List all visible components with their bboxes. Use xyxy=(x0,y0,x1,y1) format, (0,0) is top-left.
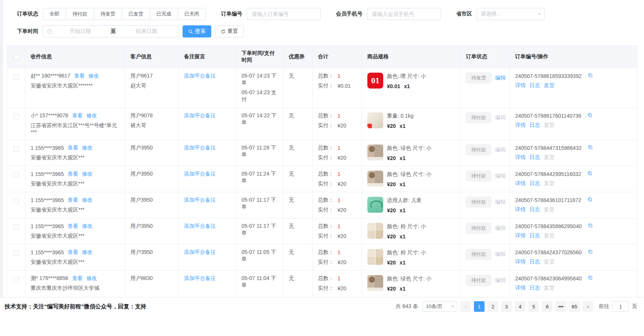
coupon-cell: 无 xyxy=(283,140,313,166)
ship-link[interactable]: 发货 xyxy=(544,206,554,213)
add-platform-remark-link[interactable]: 添加平台备注 xyxy=(184,171,231,177)
pagination-page-1[interactable]: 1 xyxy=(474,301,485,312)
log-link[interactable]: 日志 xyxy=(529,285,540,291)
modify-link[interactable]: 修改 xyxy=(87,275,97,282)
order-no-input[interactable] xyxy=(247,8,321,20)
copy-icon[interactable] xyxy=(588,275,593,282)
modify-link[interactable]: 修改 xyxy=(82,171,93,177)
edit-link[interactable]: 编辑 xyxy=(495,146,506,153)
modify-link[interactable]: 修改 xyxy=(82,197,93,204)
search-button[interactable]: 搜索 xyxy=(183,25,211,37)
status-filter-全部[interactable]: 全部 xyxy=(43,8,66,20)
log-link[interactable]: 日志 xyxy=(529,154,540,161)
row-checkbox[interactable] xyxy=(14,250,19,256)
copy-icon[interactable] xyxy=(587,197,593,203)
row-checkbox[interactable] xyxy=(14,277,19,282)
pagination-page-2[interactable]: 2 xyxy=(488,301,498,312)
detail-link[interactable]: 详情 xyxy=(515,258,526,265)
add-platform-remark-link[interactable]: 添加平台备注 xyxy=(184,145,231,151)
add-platform-remark-link[interactable]: 添加平台备注 xyxy=(184,112,231,119)
copy-icon[interactable] xyxy=(588,73,593,79)
detail-link[interactable]: 详情 xyxy=(515,122,526,129)
log-link[interactable]: 日志 xyxy=(529,258,540,265)
detail-link[interactable]: 详情 xyxy=(515,285,526,291)
modify-link[interactable]: 修改 xyxy=(82,249,93,256)
view-link[interactable]: 查看 xyxy=(68,197,78,204)
status-filter-待付款[interactable]: 待付款 xyxy=(66,8,94,20)
row-checkbox[interactable] xyxy=(14,114,19,119)
edit-link[interactable]: 编辑 xyxy=(495,114,506,121)
view-link[interactable]: 查看 xyxy=(72,275,83,282)
copy-icon[interactable] xyxy=(587,171,593,177)
status-filter-已关闭[interactable]: 已关闭 xyxy=(178,8,206,20)
edit-link[interactable]: 编辑 xyxy=(495,173,506,179)
ship-link[interactable]: 发货 xyxy=(544,82,554,89)
detail-link[interactable]: 详情 xyxy=(515,206,526,213)
edit-link[interactable]: 编辑 xyxy=(495,225,506,232)
detail-link[interactable]: 详情 xyxy=(515,82,526,89)
ship-link[interactable]: 发货 xyxy=(544,285,554,291)
date-range-picker[interactable]: 开始日期 至 结束日期 xyxy=(43,25,179,37)
pagination-page-3[interactable]: 3 xyxy=(501,301,512,312)
view-link[interactable]: 查看 xyxy=(68,145,78,151)
log-link[interactable]: 日志 xyxy=(529,180,540,187)
edit-link[interactable]: 编辑 xyxy=(495,251,506,258)
copy-icon[interactable] xyxy=(587,112,593,119)
add-platform-remark-link[interactable]: 添加平台备注 xyxy=(184,275,231,282)
status-cell: 待发货编辑 xyxy=(461,68,510,107)
row-checkbox[interactable] xyxy=(14,198,19,204)
edit-link[interactable]: 编辑 xyxy=(495,277,506,284)
detail-link[interactable]: 详情 xyxy=(515,154,526,161)
ship-link[interactable]: 发货 xyxy=(544,122,554,129)
view-link[interactable]: 查看 xyxy=(74,73,85,79)
pagination-prev-button[interactable]: ‹ xyxy=(460,301,471,312)
copy-icon[interactable] xyxy=(588,249,593,255)
pagination-page-65[interactable]: 65 xyxy=(569,301,580,312)
row-checkbox[interactable] xyxy=(14,146,19,151)
pagination-page-4[interactable]: 4 xyxy=(515,301,525,312)
pagination-page-5[interactable]: 5 xyxy=(528,301,539,312)
phone-input[interactable] xyxy=(367,8,441,20)
modify-link[interactable]: 修改 xyxy=(88,73,99,79)
modify-link[interactable]: 修改 xyxy=(82,145,93,151)
reset-button[interactable]: 重置 xyxy=(215,25,244,37)
edit-link[interactable]: 编辑 xyxy=(495,75,506,81)
ship-link[interactable]: 发货 xyxy=(544,258,554,265)
log-link[interactable]: 日志 xyxy=(529,122,540,129)
log-link[interactable]: 日志 xyxy=(529,232,540,239)
ship-link[interactable]: 发货 xyxy=(544,180,554,187)
status-filter-待发货[interactable]: 待发货 xyxy=(94,8,122,20)
ship-link[interactable]: 发货 xyxy=(544,232,554,239)
copy-icon[interactable] xyxy=(588,145,593,151)
detail-link[interactable]: 详情 xyxy=(515,232,526,239)
pagination-next-button[interactable]: › xyxy=(583,301,593,312)
region-select[interactable]: 请选择... ▾ xyxy=(477,8,545,20)
modify-link[interactable]: 修改 xyxy=(87,112,97,119)
modify-link[interactable]: 修改 xyxy=(82,223,93,230)
pagination-ellipsis[interactable]: ••• xyxy=(556,301,566,312)
log-link[interactable]: 日志 xyxy=(529,206,540,213)
product-qty: x1 xyxy=(399,123,406,129)
row-checkbox[interactable] xyxy=(14,224,19,230)
add-platform-remark-link[interactable]: 添加平台备注 xyxy=(184,223,231,230)
add-platform-remark-link[interactable]: 添加平台备注 xyxy=(184,197,231,204)
ship-link[interactable]: 发货 xyxy=(544,154,554,161)
edit-link[interactable]: 编辑 xyxy=(495,199,506,205)
select-all-checkbox[interactable] xyxy=(14,54,19,59)
view-link[interactable]: 查看 xyxy=(68,171,78,177)
row-checkbox[interactable] xyxy=(14,172,19,177)
status-filter-已发货[interactable]: 已发货 xyxy=(122,8,150,20)
add-platform-remark-link[interactable]: 添加平台备注 xyxy=(184,73,231,79)
view-link[interactable]: 查看 xyxy=(68,223,78,230)
log-link[interactable]: 日志 xyxy=(529,82,540,89)
page-size-select[interactable]: 10条/页 ▾ xyxy=(423,301,457,312)
copy-icon[interactable] xyxy=(588,223,593,229)
row-checkbox[interactable] xyxy=(14,74,19,79)
pagination-page-6[interactable]: 6 xyxy=(542,301,553,312)
view-link[interactable]: 查看 xyxy=(72,112,83,119)
view-link[interactable]: 查看 xyxy=(68,249,78,256)
status-filter-已完成[interactable]: 已完成 xyxy=(150,8,178,20)
add-platform-remark-link[interactable]: 添加平台备注 xyxy=(184,249,231,256)
detail-link[interactable]: 详情 xyxy=(515,180,526,187)
goto-page-input[interactable] xyxy=(612,301,629,312)
